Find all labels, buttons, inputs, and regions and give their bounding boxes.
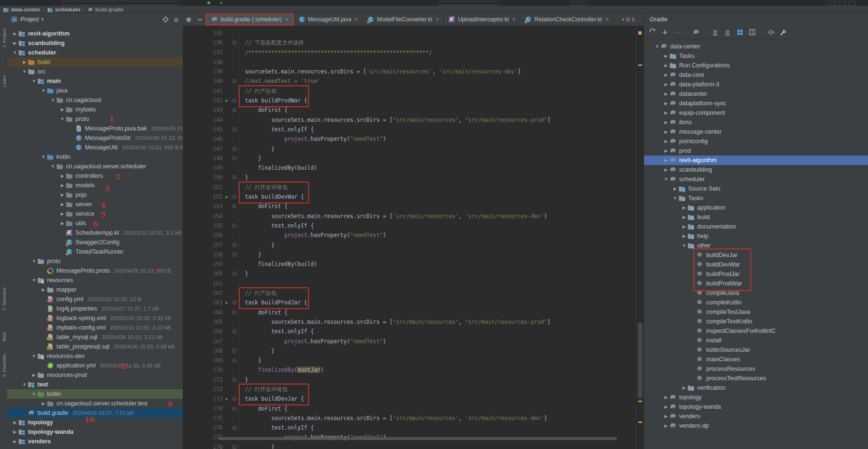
plus-icon[interactable] [661,28,669,37]
chevron-collapsed-icon[interactable]: ▶ [663,148,669,153]
chevron-collapsed-icon[interactable]: ▶ [40,401,47,406]
stripe-mark[interactable] [638,401,642,402]
gradle-tree-row[interactable]: ▶Source Sets [644,184,868,193]
stripe-mark[interactable] [638,31,642,35]
code-line[interactable]: 171} [183,375,636,385]
chevron-collapsed-icon[interactable]: ▶ [681,234,687,238]
chevron-collapsed-icon[interactable]: ▶ [12,31,18,36]
project-tree-row[interactable]: ▶topology [7,418,183,427]
chevron-collapsed-icon[interactable]: ▶ [21,60,28,64]
run-task-icon[interactable]: ▶ [223,96,231,105]
chevron-collapsed-icon[interactable]: ▶ [663,63,669,68]
fold-marker-icon[interactable] [231,76,239,86]
code-line[interactable]: 148 } [183,154,636,163]
split-icon[interactable] [767,28,775,37]
chevron-expanded-icon[interactable]: ▼ [40,88,47,93]
project-tree-row[interactable]: ▼scheduler [7,48,183,57]
fold-marker-icon[interactable] [231,375,239,385]
chevron-expanded-icon[interactable]: ▼ [654,44,660,49]
fold-marker-icon[interactable] [231,308,239,317]
code-line[interactable]: 175 sourceSets.main.resources.srcDirs = … [183,413,636,423]
chevron-expanded-icon[interactable]: ▼ [31,278,37,283]
gradle-tree-row[interactable]: ▶Run Configurations [644,61,868,70]
gradle-tree-row[interactable]: ▼data-center [644,42,868,51]
chevron-expanded-icon[interactable]: ▼ [31,392,37,396]
gradle-tree-row[interactable]: ▶prod [644,146,868,156]
editor-tab[interactable]: CMessageUtil.java× [294,13,363,26]
gradle-tree-row[interactable]: processTestResources [644,374,868,383]
expandall-icon[interactable] [711,28,719,37]
chevron-collapsed-icon[interactable]: ▶ [681,224,687,229]
gradle-tree-row[interactable]: ▶revit-algorithm [644,156,868,165]
code-line[interactable]: 158 } [183,250,636,259]
collapse-all-icon[interactable] [172,16,180,23]
fold-marker-icon[interactable] [231,356,239,365]
project-tree-row[interactable]: ▶resources-prod [7,370,183,380]
chevron-collapsed-icon[interactable]: ▶ [663,129,669,134]
chevron-collapsed-icon[interactable]: ▶ [59,174,65,178]
gradle-tree-row[interactable]: compileTestJava [644,307,868,317]
code-line[interactable]: 160} [183,269,636,278]
code-line[interactable]: 150} [183,173,636,182]
gradle-tree-row[interactable]: inspectClassesForKotlinIC [644,326,868,336]
chevron-collapsed-icon[interactable]: ▶ [663,120,669,125]
chevron-collapsed-icon[interactable]: ▶ [681,215,687,220]
gradle-tree-row[interactable]: processResources [644,364,868,374]
chevron-collapsed-icon[interactable]: ▶ [59,221,65,226]
chevron-collapsed-icon[interactable]: ▶ [12,430,18,434]
code-line[interactable]: 178 } [183,442,636,449]
chevron-expanded-icon[interactable]: ▼ [663,177,669,182]
code-line[interactable]: 147 } [183,144,636,154]
project-tree-row[interactable]: ▼main [7,76,183,86]
fold-marker-icon[interactable] [231,269,239,278]
project-tree-row[interactable]: KSchedulerApp.kt2020/1/10 10:32, 3.1 kB [7,228,183,238]
editor-tab[interactable]: CRelationCheckController.kt× [520,13,613,26]
chevron-collapsed-icon[interactable]: ▶ [40,287,47,292]
gradle-tree-row[interactable]: buildProdJar [644,269,868,279]
gradle-tree-row[interactable]: ▼Tasks [644,193,868,203]
gradle-tree-row[interactable]: buildProdWar [644,279,868,288]
project-tree-row[interactable]: ▶mapper [7,285,183,294]
chevron-collapsed-icon[interactable]: ▶ [663,82,669,87]
code-line[interactable]: 166 test.onlyIf { [183,327,636,336]
project-tree-row[interactable]: ▼cn.sagacloud.server.scheduler [7,162,183,171]
stripe-mark[interactable] [638,64,642,66]
project-tree-row[interactable]: SQLtable_postgresql.sql2020/4/26 15:23, … [7,342,183,351]
fold-marker-icon[interactable] [231,38,239,47]
code-line[interactable]: 165 sourceSets.main.resources.srcDirs = … [183,317,636,327]
gradle-tree-row[interactable]: ▶topology [644,393,868,402]
chevron-collapsed-icon[interactable]: ▶ [672,186,678,191]
run-task-icon[interactable]: ▶ [223,298,231,307]
code-line[interactable]: 140//ext.needTest = 'true' [183,76,636,86]
fold-marker-icon[interactable] [231,144,239,154]
chevron-collapsed-icon[interactable]: ▶ [663,395,669,400]
project-tree-row[interactable]: <>mybatis-config.xml2020/1/10 10:32, 3.2… [7,323,183,332]
fold-marker-icon[interactable] [231,404,239,413]
project-tree-row[interactable]: YMLconfig.yml2020/1/10 10:32, 12 B [7,294,183,304]
gear-icon[interactable] [183,13,194,26]
chevron-collapsed-icon[interactable]: ▶ [663,73,669,77]
project-tree-row[interactable]: ▶pojo [7,190,183,200]
gradle-tree-row[interactable]: ▶scanbuilding [644,165,868,174]
fold-marker-icon[interactable] [231,423,239,432]
chevron-collapsed-icon[interactable]: ▶ [31,373,37,377]
gradle-tree-row[interactable]: ▶dataplatform-sync [644,99,868,108]
gradle-tree-row[interactable]: ▶topology-wanda [644,402,868,412]
chevron-expanded-icon[interactable]: ▼ [40,155,47,159]
fold-marker-icon[interactable] [231,240,239,250]
project-tree-row[interactable]: ▼proto [7,114,183,124]
project-tree-row[interactable]: ▼kotlin [7,389,183,399]
fold-marker-icon[interactable] [231,173,239,182]
fold-marker-icon[interactable] [231,202,239,211]
chevron-collapsed-icon[interactable]: ▶ [12,41,18,46]
gradle-tree-row[interactable]: compileKotlin [644,298,868,307]
editor-tab[interactable]: KUploadInterceptor.kt× [444,13,520,26]
chevron-collapsed-icon[interactable]: ▶ [12,439,18,444]
breadcrumb-item[interactable]: data-center [3,6,40,12]
code-line[interactable]: 168 } [183,346,636,356]
stripe-mark[interactable] [638,422,642,423]
chevron-collapsed-icon[interactable]: ▶ [59,202,65,207]
chevron-collapsed-icon[interactable]: ▶ [663,101,669,106]
chevron-expanded-icon[interactable]: ▼ [31,79,37,83]
tool-stripe-button[interactable]: 2: Favorites [1,351,7,380]
